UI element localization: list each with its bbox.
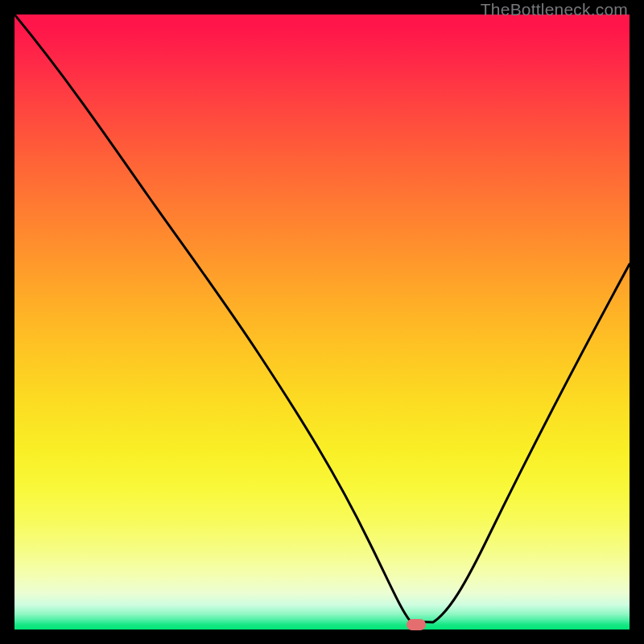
plot-area [14, 14, 630, 630]
bottleneck-curve [14, 14, 630, 630]
curve-path [14, 14, 630, 622]
optimal-point-marker [407, 619, 426, 630]
chart-frame: TheBottleneck.com [0, 0, 644, 644]
